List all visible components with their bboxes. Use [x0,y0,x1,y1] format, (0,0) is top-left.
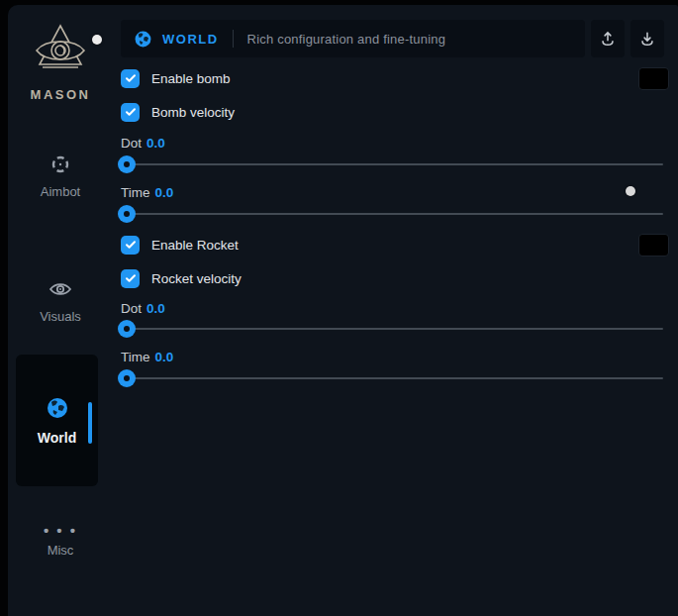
sidebar-item-visuals[interactable]: Visuals [8,278,113,324]
download-icon [638,30,656,48]
slider-name: Dot [121,136,142,151]
slider-track[interactable] [121,377,663,379]
slider-label-bomb-dot: Dot0.0 [121,136,165,152]
slider-name: Dot [121,301,142,316]
masonic-eye-triangle-icon [32,23,89,80]
row-enable-rocket: Enable Rocket [121,234,669,256]
slider-track[interactable] [121,213,663,215]
enable-rocket-checkbox[interactable] [121,236,140,255]
upload-config-button[interactable] [591,20,625,57]
slider-value: 0.0 [146,301,165,316]
divider [233,30,234,48]
slider-thumb[interactable] [118,155,136,173]
sidebar-item-label: Visuals [40,309,81,324]
globe-icon [46,396,69,424]
sidebar-item-label: Misc [48,543,74,558]
slider-name: Time [121,185,150,200]
checkbox-label: Enable bomb [151,71,231,86]
page-title: WORLD [162,32,219,47]
bomb-time-slider[interactable] [121,205,663,223]
slider-label-rocket-dot: Dot0.0 [121,301,165,317]
rocket-time-slider[interactable] [121,369,663,387]
rocket-velocity-checkbox[interactable] [121,269,140,288]
cursor-dot [626,186,635,196]
checkbox-label: Enable Rocket [151,238,239,253]
download-config-button[interactable] [630,20,664,57]
slider-value: 0.0 [146,136,165,151]
eye-icon [48,278,72,304]
slider-thumb[interactable] [118,369,136,387]
slider-thumb[interactable] [118,320,136,338]
globe-icon [134,30,152,49]
slider-value: 0.0 [155,185,174,200]
bomb-velocity-checkbox[interactable] [121,103,140,122]
enable-bomb-checkbox[interactable] [121,69,140,88]
bomb-color-swatch[interactable] [638,67,669,90]
rocket-color-swatch[interactable] [638,234,669,257]
active-indicator [88,402,92,444]
page-subtitle: Rich configuration and fine-tuning [247,32,445,47]
checkbox-label: Rocket velocity [151,271,242,286]
sidebar-item-label: Aimbot [41,184,80,199]
slider-track[interactable] [121,163,663,165]
app-window: MASON Aimbot Visuals [8,5,678,616]
sidebar-item-misc[interactable]: • • • Misc [8,524,113,558]
cursor-dot [92,35,102,45]
slider-thumb[interactable] [118,205,136,223]
crosshair-icon [49,154,71,179]
main-panel: WORLD Rich configuration and fine-tuning [113,5,678,616]
sidebar-item-aimbot[interactable]: Aimbot [8,154,113,199]
sidebar-item-label: World [38,430,76,446]
sidebar: MASON Aimbot Visuals [8,5,115,616]
ellipsis-icon: • • • [44,524,77,538]
row-bomb-velocity: Bomb velocity [121,101,669,123]
panel-header-bar: WORLD Rich configuration and fine-tuning [121,20,585,57]
panel-header: WORLD Rich configuration and fine-tuning [121,20,664,57]
slider-label-bomb-time: Time0.0 [121,185,173,201]
upload-icon [599,30,617,48]
slider-value: 0.0 [155,350,174,364]
row-enable-bomb: Enable bomb [121,67,669,89]
slider-track[interactable] [121,328,663,330]
bomb-dot-slider[interactable] [121,155,663,173]
slider-name: Time [121,350,150,364]
row-rocket-velocity: Rocket velocity [121,267,669,289]
slider-label-rocket-time: Time0.0 [121,350,173,365]
brand-name: MASON [31,87,91,102]
checkbox-label: Bomb velocity [151,105,235,120]
sidebar-item-world[interactable]: World [16,355,98,486]
rocket-dot-slider[interactable] [121,320,663,338]
